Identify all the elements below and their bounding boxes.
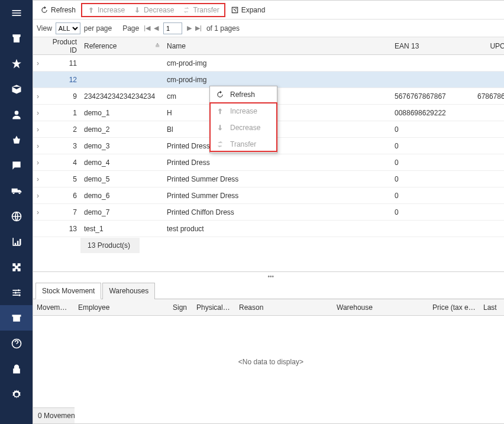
cell-id: 13: [47, 225, 80, 233]
truck-icon: [11, 185, 22, 197]
table-row[interactable]: ›5demo_5Printed Summer Dress0: [33, 171, 504, 187]
pager-prev[interactable]: ◀: [153, 24, 160, 32]
split-handle[interactable]: •••: [33, 271, 504, 281]
tab-warehouses[interactable]: Warehouses: [102, 283, 155, 299]
main-panel: Refresh Increase Decrease Transfer Exp: [33, 0, 504, 424]
sidebar-chat[interactable]: [0, 153, 33, 178]
sidebar-settings[interactable]: [0, 381, 33, 407]
expand-toggle[interactable]: ›: [33, 175, 47, 183]
pager-last[interactable]: ▶|: [194, 24, 203, 32]
sidebar-user[interactable]: [0, 102, 33, 127]
sidebar-basket[interactable]: [0, 127, 33, 153]
cell-name: test product: [163, 225, 391, 233]
help-icon: [11, 338, 22, 349]
pager-page-input[interactable]: [163, 22, 182, 34]
sidebar-shop[interactable]: [0, 25, 33, 51]
expand-toggle[interactable]: ›: [33, 158, 47, 167]
sidebar-box[interactable]: [0, 76, 33, 102]
sidebar-lock[interactable]: [0, 356, 33, 381]
pager-first[interactable]: |◀: [143, 24, 151, 32]
sidebar-chart[interactable]: [0, 229, 33, 254]
subcol-movement[interactable]: Movement I: [33, 303, 75, 312]
subcol-warehouse[interactable]: Warehouse: [333, 303, 429, 312]
arrow-up-icon: [216, 107, 224, 115]
col-upc[interactable]: UPC: [474, 37, 504, 54]
pager-view-select[interactable]: ALL: [56, 22, 80, 34]
decrease-label: Decrease: [144, 6, 174, 14]
expand-toggle[interactable]: ›: [33, 92, 47, 101]
sidebar-archive[interactable]: [0, 305, 33, 331]
table-row[interactable]: ›4demo_4Printed Dress0: [33, 154, 504, 171]
grid-footer: 13 Product(s): [33, 237, 504, 254]
table-row[interactable]: 13test_1test product: [33, 221, 504, 237]
toolbar: Refresh Increase Decrease Transfer Exp: [33, 1, 504, 20]
arrow-down-icon: [133, 6, 141, 14]
cell-ean: 0: [391, 175, 474, 183]
shop-icon: [11, 33, 22, 44]
footer-count: 13 Product(s): [80, 238, 140, 253]
col-name[interactable]: Name: [163, 37, 391, 54]
ctx-decrease[interactable]: Decrease: [210, 119, 277, 136]
sidebar-star[interactable]: [0, 51, 33, 76]
sidebar-puzzle[interactable]: [0, 254, 33, 280]
arrow-down-icon: [216, 124, 224, 132]
subcol-reason[interactable]: Reason: [235, 303, 333, 312]
refresh-icon: [216, 90, 224, 99]
col-productid[interactable]: Product ID: [47, 37, 80, 54]
sidebar-help[interactable]: [0, 331, 33, 356]
lock-icon: [11, 363, 22, 375]
expand-toggle[interactable]: ›: [33, 59, 47, 67]
cell-ean: 0088698629222: [391, 109, 474, 117]
expand-icon: [231, 6, 239, 14]
expand-button[interactable]: Expand: [227, 4, 269, 16]
sub-footer: 0 Movemen: [33, 407, 75, 423]
subcol-price[interactable]: Price (tax excl.: [429, 303, 480, 312]
sidebar-globe[interactable]: [0, 203, 33, 229]
expand-toggle[interactable]: ›: [33, 125, 47, 134]
pager-page-label: Page: [122, 24, 139, 33]
cell-id: 7: [47, 208, 80, 216]
transfer-button[interactable]: Transfer: [179, 4, 222, 16]
arrow-up-icon: [87, 6, 95, 14]
context-menu: Refresh Increase Decrease Transfer: [209, 86, 277, 153]
cell-ref: demo_7: [80, 208, 163, 216]
pager-next[interactable]: ▶: [186, 24, 193, 32]
table-row[interactable]: ›11cm-prod-img: [33, 55, 504, 72]
expand-toggle[interactable]: ›: [33, 192, 47, 200]
sidebar-menu[interactable]: [0, 0, 33, 25]
cell-ref: demo_6: [80, 192, 163, 200]
refresh-label: Refresh: [51, 6, 76, 14]
subgrid-header: Movement I Employee Sign Physical Qu Rea…: [33, 299, 504, 316]
cell-ref: demo_5: [80, 175, 163, 183]
table-row[interactable]: ›7demo_7Printed Chiffon Dress0: [33, 204, 504, 221]
cell-name: Printed Dress: [163, 158, 391, 167]
col-reference[interactable]: Reference≙: [80, 37, 163, 54]
sidebar-sliders[interactable]: [0, 280, 33, 305]
subcol-physical[interactable]: Physical Qu: [193, 303, 235, 312]
subcol-last[interactable]: Last: [480, 303, 504, 312]
archive-icon: [11, 312, 22, 324]
ctx-refresh[interactable]: Refresh: [210, 86, 277, 103]
expand-toggle[interactable]: ›: [33, 142, 47, 150]
pager-perpage-label: per page: [84, 24, 112, 33]
subcol-employee[interactable]: Employee: [75, 303, 169, 312]
toolbar-highlight-box: Increase Decrease Transfer: [81, 3, 225, 17]
increase-button[interactable]: Increase: [83, 4, 128, 16]
expand-toggle[interactable]: ›: [33, 109, 47, 117]
ctx-transfer[interactable]: Transfer: [210, 136, 277, 153]
decrease-button[interactable]: Decrease: [130, 4, 177, 16]
refresh-icon: [40, 6, 49, 14]
transfer-icon: [216, 140, 224, 148]
col-ean13[interactable]: EAN 13: [391, 37, 474, 54]
increase-label: Increase: [98, 6, 125, 14]
sidebar-truck[interactable]: [0, 178, 33, 203]
tab-stock-movement[interactable]: Stock Movement: [35, 283, 101, 299]
cell-upc: 6786786: [474, 92, 504, 101]
subcol-sign[interactable]: Sign: [169, 303, 193, 312]
ctx-increase[interactable]: Increase: [210, 103, 277, 119]
refresh-button[interactable]: Refresh: [37, 4, 79, 16]
table-row[interactable]: ›6demo_6Printed Summer Dress0: [33, 187, 504, 204]
cell-ean: 0: [391, 142, 474, 150]
expand-toggle[interactable]: ›: [33, 208, 47, 216]
cell-ean: 5676767867867: [391, 92, 474, 101]
